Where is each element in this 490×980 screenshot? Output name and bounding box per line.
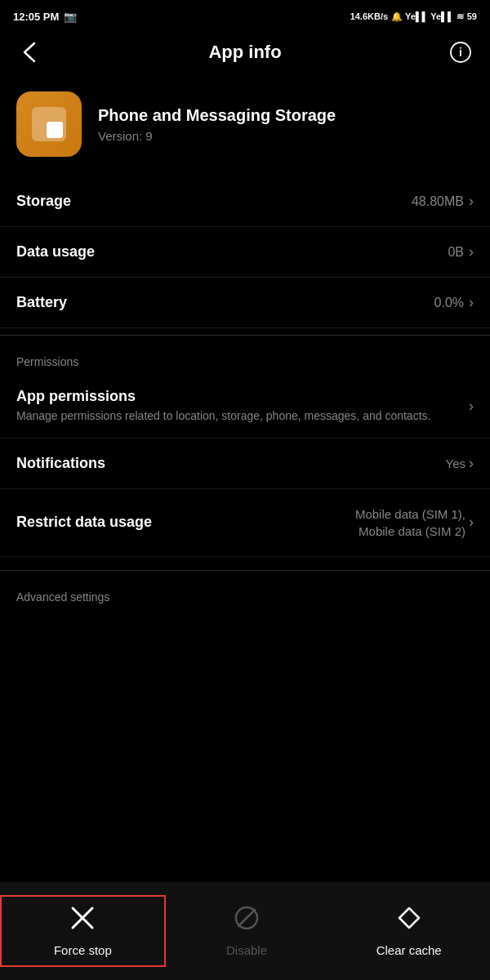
back-button[interactable] [16,39,42,65]
disable-label: Disable [226,943,267,957]
signal-icons: 🔔 Ye▌▌ Ye▌▌ ≋ [391,11,464,22]
notifications-item[interactable]: Notifications Yes › [0,439,490,489]
app-name: Phone and Messaging Storage [98,105,474,126]
app-info-section: Phone and Messaging Storage Version: 9 [0,78,490,176]
permissions-section-label: Permissions [0,342,490,375]
battery-value-group: 0.0% › [434,294,474,311]
data-usage-label: Data usage [16,243,95,261]
app-permissions-item[interactable]: App permissions Manage permissions relat… [0,375,490,439]
permissions-chevron: › [469,398,474,415]
battery-chevron: › [469,294,474,311]
data-usage-chevron: › [469,243,474,261]
camera-icon: 📷 [64,11,77,23]
app-permissions-desc: Manage permissions related to location, … [16,408,459,425]
restrict-data-value-group: Mobile data (SIM 1), Mobile data (SIM 2)… [318,506,474,540]
app-permissions-content: App permissions Manage permissions relat… [16,388,469,425]
app-header: App info i [0,29,490,78]
status-bar: 12:05 PM 📷 14.6KB/s 🔔 Ye▌▌ Ye▌▌ ≋ 59 [0,0,490,29]
restrict-data-value: Mobile data (SIM 1), Mobile data (SIM 2) [318,506,466,540]
app-icon-graphic [32,107,66,141]
disable-button[interactable]: Disable [166,897,328,965]
status-right: 14.6KB/s 🔔 Ye▌▌ Ye▌▌ ≋ 59 [350,11,477,22]
notifications-value: Yes [446,457,466,470]
app-icon [16,91,82,157]
battery-value: 0.0% [434,296,464,310]
battery-level: 59 [467,11,477,21]
notifications-label: Notifications [16,455,105,472]
storage-item[interactable]: Storage 48.80MB › [0,176,490,227]
restrict-chevron: › [469,514,474,531]
notifications-chevron: › [469,455,474,472]
notifications-value-group: Yes › [446,455,474,472]
clear-cache-icon [396,905,422,937]
force-stop-button[interactable]: Force stop [0,895,166,967]
disable-icon [234,905,260,937]
advanced-settings-label: Advanced settings [0,577,490,610]
storage-value-group: 48.80MB › [412,193,474,210]
data-usage-value-group: 0B › [448,243,474,261]
data-usage-item[interactable]: Data usage 0B › [0,227,490,278]
clear-cache-label: Clear cache [376,943,442,957]
restrict-data-label: Restrict data usage [16,514,152,531]
info-button[interactable]: i [448,39,474,65]
battery-label: Battery [16,294,67,311]
force-stop-icon [69,905,96,937]
bottom-action-bar: Force stop Disable Clear cache [0,882,490,980]
app-version: Version: 9 [98,129,474,143]
app-permissions-title: App permissions [16,388,459,405]
storage-label: Storage [16,193,71,210]
storage-chevron: › [469,193,474,210]
battery-item[interactable]: Battery 0.0% › [0,278,490,328]
page-title: App info [208,42,281,63]
restrict-data-item[interactable]: Restrict data usage Mobile data (SIM 1),… [0,489,490,557]
divider-2 [0,570,490,571]
force-stop-label: Force stop [54,943,112,957]
svg-line-5 [238,910,255,926]
clear-cache-button[interactable]: Clear cache [327,897,490,965]
svg-text:i: i [459,46,462,59]
divider-1 [0,335,490,336]
network-speed: 14.6KB/s [350,11,388,21]
app-details: Phone and Messaging Storage Version: 9 [98,105,474,143]
time-display: 12:05 PM [13,11,59,23]
data-usage-value: 0B [448,245,464,260]
storage-value: 48.80MB [412,194,464,209]
status-left: 12:05 PM 📷 [13,11,77,23]
